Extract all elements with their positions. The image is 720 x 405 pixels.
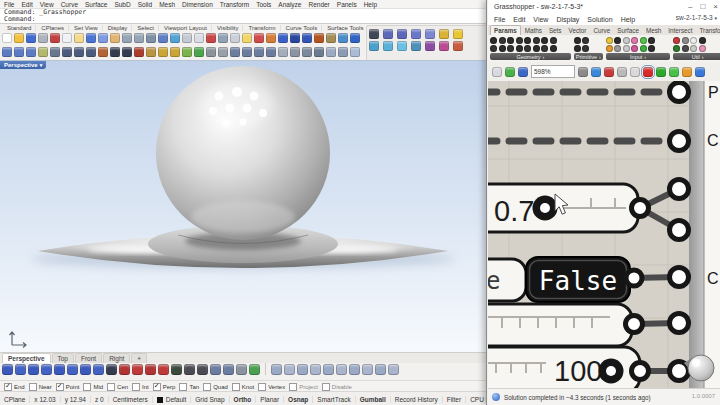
cut-icon[interactable]	[50, 33, 60, 43]
rhino-menu-item[interactable]: Dimension	[182, 1, 213, 8]
pod-blue-8-icon[interactable]	[93, 364, 104, 375]
osnap-perp[interactable]: Perp	[153, 383, 176, 391]
new-file-icon[interactable]	[2, 33, 12, 43]
toolbar-tab[interactable]: Select	[133, 25, 159, 31]
status-x[interactable]: x 12.03	[30, 396, 60, 403]
curve-param-icon[interactable]	[524, 37, 531, 44]
paint-icon[interactable]	[314, 33, 324, 43]
show-object-icon[interactable]	[218, 33, 228, 43]
filter-icon[interactable]	[453, 29, 463, 39]
rhino-menu-item[interactable]: Analyze	[278, 1, 301, 8]
boolean-split-icon[interactable]	[266, 47, 276, 57]
drag-icon[interactable]	[383, 41, 393, 51]
render-torus-icon[interactable]	[266, 33, 276, 43]
toolbar-tab[interactable]: Set View	[70, 25, 103, 31]
vector-param-icon[interactable]	[499, 37, 506, 44]
angle-icon[interactable]	[310, 364, 321, 375]
rhino-menu-item[interactable]: View	[40, 1, 54, 8]
shaded-sphere-icon[interactable]	[290, 33, 300, 43]
toolbar-tab[interactable]: Curve Tools	[282, 25, 323, 31]
grasshopper-menu-item[interactable]: View	[533, 16, 548, 23]
patch-icon[interactable]	[278, 47, 288, 57]
scribble-icon[interactable]	[690, 45, 697, 52]
blend-surface-icon[interactable]	[350, 47, 360, 57]
quality-full-icon[interactable]	[695, 67, 705, 77]
checkbox[interactable]	[4, 383, 12, 391]
rail-slider[interactable]	[488, 304, 643, 346]
points-on-icon[interactable]	[411, 29, 421, 39]
text-param-icon[interactable]	[582, 45, 589, 52]
checkbox[interactable]	[153, 383, 161, 391]
toolbar-tab[interactable]: Visibility	[213, 25, 244, 31]
status-cplane[interactable]: CPlane	[0, 396, 30, 403]
wireframe-preview-icon[interactable]	[617, 67, 627, 77]
data-dam-icon[interactable]	[682, 37, 689, 44]
mesh-param-icon[interactable]	[550, 37, 557, 44]
rocket-red-3-icon[interactable]	[145, 364, 156, 375]
number-slider-0-7[interactable]: 0.7	[488, 184, 649, 232]
minimize-button[interactable]: –	[688, 2, 692, 11]
line-param-icon[interactable]	[499, 45, 506, 52]
boolean-diff-icon[interactable]	[242, 47, 252, 57]
circle-param-icon[interactable]	[490, 45, 497, 52]
close-button[interactable]: ×	[713, 2, 718, 11]
rotate-icon[interactable]	[397, 41, 407, 51]
rhino-menu-item[interactable]: Tools	[256, 1, 271, 8]
rhino-menu-item[interactable]: Curve	[61, 1, 78, 8]
image-sampler-icon[interactable]	[640, 45, 647, 52]
tree-icon[interactable]	[171, 364, 182, 375]
rebuild-curve-icon[interactable]	[62, 47, 72, 57]
rhino-menu-item[interactable]: SubD	[114, 1, 130, 8]
star-2-icon[interactable]	[197, 364, 208, 375]
sketch-pencil-icon[interactable]	[604, 67, 614, 77]
grasshopper-menu-item[interactable]: Solution	[587, 16, 612, 23]
osnap-point[interactable]: Point	[56, 383, 80, 391]
align-icon[interactable]	[271, 364, 282, 375]
checkbox[interactable]	[83, 383, 91, 391]
text-a-icon[interactable]	[110, 47, 120, 57]
cluster-icon[interactable]	[699, 37, 706, 44]
tab-intersect[interactable]: Intersect	[665, 26, 695, 35]
boolean-int-icon[interactable]	[254, 47, 264, 57]
volume-icon[interactable]	[349, 364, 360, 375]
slider100-output-socket[interactable]	[632, 363, 649, 380]
checkbox[interactable]	[232, 383, 240, 391]
orbit-icon[interactable]	[236, 364, 247, 375]
transform-param-icon[interactable]	[550, 45, 557, 52]
area-icon[interactable]	[336, 364, 347, 375]
integer-param-icon[interactable]	[582, 37, 589, 44]
status-grid-snap[interactable]: Grid Snap	[191, 396, 229, 403]
zoom-extents-icon[interactable]	[146, 33, 156, 43]
toolbar-tab[interactable]: Surface Tools	[323, 25, 368, 31]
socket-4[interactable]	[670, 221, 689, 240]
osnap-mid[interactable]: Mid	[83, 383, 103, 391]
osnap-cen[interactable]: Cen	[107, 383, 128, 391]
toggle-value[interactable]: False	[539, 266, 617, 296]
rocket-red-1-icon[interactable]	[119, 364, 130, 375]
fillet-surface-icon[interactable]	[326, 47, 336, 57]
checkbox[interactable]	[29, 383, 37, 391]
grasshopper-title-bar[interactable]: Grasshopper - sw-2-1-7-5-3*	[488, 0, 720, 14]
toolbar-tab[interactable]: Viewport Layout	[160, 25, 212, 31]
boolean-param-icon[interactable]	[574, 37, 581, 44]
move-icon[interactable]	[369, 41, 379, 51]
group-label-util[interactable]: Util›	[673, 53, 720, 60]
jump-icon[interactable]	[682, 45, 689, 52]
group-param-icon[interactable]	[516, 45, 523, 52]
earth-icon[interactable]	[338, 33, 348, 43]
rhino-menu-item[interactable]: Panels	[337, 1, 357, 8]
group-label-primitive[interactable]: Primitive›	[574, 53, 603, 60]
checkbox[interactable]	[179, 383, 187, 391]
viewport-perspective[interactable]	[0, 60, 487, 353]
measure-icon[interactable]	[297, 364, 308, 375]
pod-blue-5-icon[interactable]	[54, 364, 65, 375]
grasshopper-menu-item[interactable]: Display	[556, 16, 579, 23]
solver-lock-icon[interactable]	[505, 67, 515, 77]
rail-slider-output-socket[interactable]	[626, 316, 643, 333]
field-param-icon[interactable]	[541, 45, 548, 52]
metal-ball-widget[interactable]	[688, 355, 714, 381]
box-param-icon[interactable]	[516, 37, 523, 44]
quality-med-icon[interactable]	[669, 67, 679, 77]
control-points-icon[interactable]	[397, 29, 407, 39]
saucer-1-icon[interactable]	[210, 364, 221, 375]
